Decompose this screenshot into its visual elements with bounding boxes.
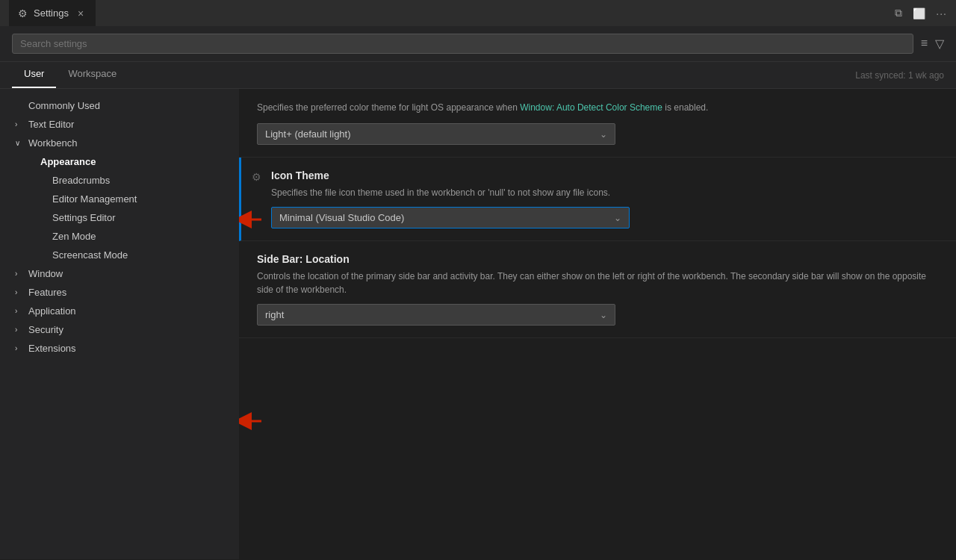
sidebar-item-screencast-mode[interactable]: Screencast Mode [0, 246, 239, 264]
sidebar-item-text-editor[interactable]: › Text Editor [0, 115, 239, 134]
sidebar-item-label: Commonly Used [28, 100, 100, 111]
sidebar-item-label: Appearance [40, 156, 96, 167]
chevron-icon: › [15, 326, 24, 334]
sidebar-item-label: Extensions [28, 343, 76, 354]
color-scheme-dropdown[interactable]: Light+ (default light) ⌄ [257, 123, 615, 145]
content-area: Specifies the preferred color theme for … [239, 89, 956, 559]
sidebar-item-extensions[interactable]: › Extensions [0, 339, 239, 358]
sidebar-location-dropdown-value: right [265, 309, 284, 320]
tabs-left: User Workspace [12, 62, 128, 88]
settings-tab-icon: ⚙ [18, 7, 28, 19]
icon-theme-title: Icon Theme [271, 169, 938, 181]
sidebar-location-block: Side Bar: Location Controls the location… [239, 241, 956, 338]
icon-theme-desc: Specifies the file icon theme used in th… [271, 186, 938, 199]
titlebar: ⚙ Settings × ⧉ ⬜ ··· [0, 0, 956, 26]
dropdown-arrow-icon: ⌄ [600, 129, 607, 140]
search-actions: ≡ ▽ [921, 37, 944, 51]
tabs-row: User Workspace Last synced: 1 wk ago [0, 62, 956, 89]
sidebar-item-label: Application [28, 305, 76, 317]
sidebar-item-label: Text Editor [28, 119, 74, 130]
sidebar-item-commonly-used[interactable]: Commonly Used [0, 96, 239, 115]
search-input-wrapper[interactable] [12, 34, 913, 54]
sidebar-item-label: Window [28, 268, 63, 279]
titlebar-actions: ⧉ ⬜ ··· [895, 7, 947, 19]
sidebar-location-title: Side Bar: Location [257, 253, 938, 265]
chevron-icon: › [15, 270, 24, 278]
sidebar-item-label: Workbench [28, 137, 78, 149]
gear-icon[interactable]: ⚙ [252, 171, 261, 183]
sidebar-item-application[interactable]: › Application [0, 302, 239, 320]
sidebar-item-label: Settings Editor [52, 212, 116, 223]
sidebar-item-breadcrumbs[interactable]: Breadcrumbs [0, 171, 239, 190]
icon-theme-block: ⚙ Icon Theme Specifies the file icon the… [239, 158, 956, 241]
sidebar-item-window[interactable]: › Window [0, 264, 239, 283]
settings-tab[interactable]: ⚙ Settings × [9, 0, 96, 26]
tab-close-button[interactable]: × [75, 7, 87, 19]
auto-detect-link[interactable]: Window: Auto Detect Color Scheme [520, 102, 665, 113]
sidebar-item-label: Editor Management [52, 193, 137, 205]
sidebar-item-label: Security [28, 324, 63, 335]
split-editor-icon[interactable]: ⧉ [895, 7, 902, 19]
sidebar-item-appearance[interactable]: Appearance [0, 152, 239, 171]
sidebar-item-zen-mode[interactable]: Zen Mode [0, 227, 239, 246]
icon-theme-dropdown-value: Minimal (Visual Studio Code) [279, 212, 404, 223]
funnel-icon[interactable]: ▽ [935, 37, 944, 51]
settings-tab-label: Settings [34, 7, 69, 19]
sidebar-item-editor-management[interactable]: Editor Management [0, 190, 239, 208]
search-input[interactable] [20, 38, 905, 49]
sidebar-location-desc: Controls the location of the primary sid… [257, 270, 938, 296]
sidebar-item-label: Zen Mode [52, 231, 96, 242]
sidebar: Commonly Used › Text Editor ∨ Workbench … [0, 89, 239, 559]
sidebar-item-features[interactable]: › Features [0, 283, 239, 302]
sidebar-item-label: Breadcrumbs [52, 175, 110, 186]
color-scheme-desc: Specifies the preferred color theme for … [257, 101, 938, 114]
chevron-icon: › [15, 288, 24, 296]
sidebar-item-security[interactable]: › Security [0, 320, 239, 339]
main-layout: Commonly Used › Text Editor ∨ Workbench … [0, 89, 956, 559]
sidebar-item-label: Features [28, 287, 66, 298]
tab-user[interactable]: User [12, 62, 56, 88]
filter-lines-icon[interactable]: ≡ [921, 37, 928, 51]
color-scheme-dropdown-value: Light+ (default light) [265, 128, 351, 140]
chevron-icon: › [15, 120, 24, 128]
dropdown-arrow-icon: ⌄ [614, 213, 621, 223]
last-synced: Last synced: 1 wk ago [855, 70, 944, 88]
sidebar-item-label: Screencast Mode [52, 249, 128, 261]
dropdown-arrow-icon: ⌄ [600, 310, 607, 320]
icon-theme-dropdown[interactable]: Minimal (Visual Studio Code) ⌄ [271, 207, 630, 228]
color-scheme-block: Specifies the preferred color theme for … [239, 89, 956, 158]
chevron-icon: › [15, 344, 24, 352]
chevron-icon: › [15, 307, 24, 315]
more-actions-icon[interactable]: ··· [936, 7, 947, 19]
titlebar-left: ⚙ Settings × [9, 0, 96, 26]
sidebar-location-dropdown[interactable]: right ⌄ [257, 304, 615, 326]
editor-layout-icon[interactable]: ⬜ [913, 7, 925, 19]
tab-workspace[interactable]: Workspace [56, 62, 128, 88]
searchbar: ≡ ▽ [0, 26, 956, 62]
sidebar-item-workbench[interactable]: ∨ Workbench [0, 134, 239, 152]
chevron-down-icon: ∨ [15, 139, 24, 147]
sidebar-item-settings-editor[interactable]: Settings Editor [0, 208, 239, 227]
